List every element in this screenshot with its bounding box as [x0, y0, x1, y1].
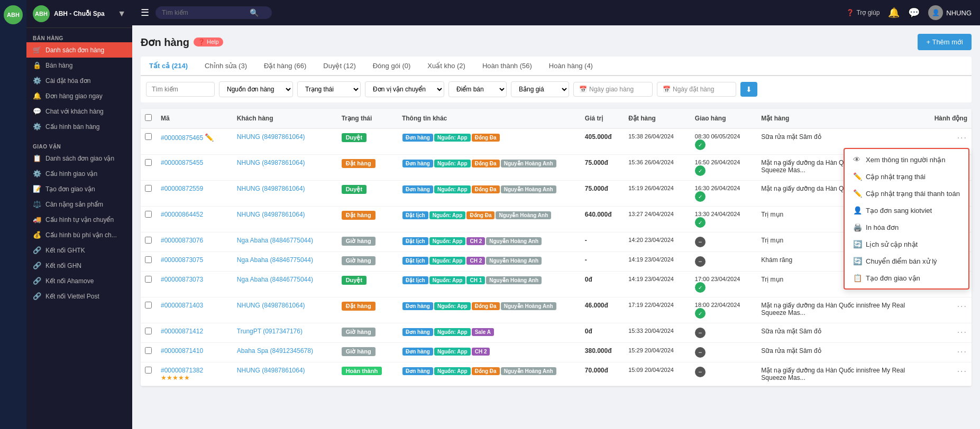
- action-menu-dots[interactable]: ···: [957, 302, 967, 311]
- ngay-giao-hang-filter[interactable]: 📅 Ngày giao hàng: [573, 82, 653, 97]
- row-product-cell: Sữa rửa mặt Sâm đỏ: [757, 343, 920, 362]
- sidebar-item-cau-hinh-bu-phi[interactable]: 💰 Cấu hình bù phí vận ch...: [26, 227, 132, 243]
- row-checkbox[interactable]: [145, 256, 152, 263]
- trang-thai-select[interactable]: Trạng thái: [297, 81, 361, 97]
- context-menu-item-chuyen-diem-ban-xu-ly[interactable]: 🔄Chuyển điểm bán xử lý: [845, 253, 968, 269]
- order-id-link[interactable]: #00000864452: [161, 211, 203, 218]
- ngay-dat-hang-filter[interactable]: 📅 Ngày đặt hàng: [657, 82, 736, 97]
- select-all-checkbox[interactable]: [145, 114, 152, 121]
- money-icon: 💰: [33, 231, 41, 239]
- sidebar-item-ket-noi-ahamove[interactable]: 🔗 Kết nối Ahamove: [26, 273, 132, 288]
- row-checkbox[interactable]: [145, 302, 152, 309]
- tab-chinh-sua[interactable]: Chỉnh sửa (3): [196, 57, 255, 76]
- cm-icon-lich-su-cap-nhat: 🔄: [853, 240, 862, 248]
- action-menu-dots[interactable]: ···: [957, 328, 967, 337]
- row-checkbox[interactable]: [145, 367, 152, 374]
- customer-link[interactable]: TrungPT (0917347176): [237, 328, 303, 335]
- sidebar-item-cau-hinh-giao-van[interactable]: ⚙️ Cấu hình giao vận: [26, 166, 132, 181]
- customer-link[interactable]: Abaha Spa (84912345678): [237, 347, 313, 355]
- tab-tat-ca[interactable]: Tất cả (214): [141, 57, 196, 76]
- context-menu-item-tao-don-giao-van[interactable]: 📋Tạo đơn giao vận: [845, 269, 968, 286]
- help-link[interactable]: ❓ Trợ giúp: [846, 9, 880, 16]
- context-menu-item-cap-nhat-trang-thai-thanh-toan[interactable]: ✏️Cập nhật trạng thái thanh toán: [845, 185, 968, 202]
- row-checkbox[interactable]: [145, 347, 152, 354]
- order-id-link[interactable]: #00000871412: [161, 328, 203, 335]
- tab-dat-hang[interactable]: Đặt hàng (66): [255, 57, 315, 76]
- sidebar-item-cai-dat-hoa-don[interactable]: ⚙️ Cài đặt hóa đơn: [26, 73, 132, 88]
- tab-hoan-hang[interactable]: Hoàn hàng (4): [541, 57, 601, 76]
- customer-link[interactable]: NHUNG (84987861064): [237, 159, 305, 166]
- sidebar-item-ban-hang[interactable]: 🔒 Bán hàng: [26, 58, 132, 73]
- row-status-cell: Duyệt: [337, 128, 398, 155]
- context-menu-item-in-hoa-don[interactable]: 🖨️In hóa đơn: [845, 219, 968, 236]
- order-id-link[interactable]: #00000872559: [161, 185, 203, 192]
- customer-link[interactable]: Nga Abaha (84846775044): [237, 276, 313, 283]
- customer-link[interactable]: Nga Abaha (84846775044): [237, 237, 313, 244]
- help-badge: ❓ Help: [194, 38, 223, 46]
- message-icon[interactable]: 💬: [908, 7, 920, 18]
- row-checkbox-cell: [141, 252, 157, 272]
- action-menu-dots[interactable]: ···: [957, 367, 967, 376]
- tab-duyet[interactable]: Duyệt (12): [315, 57, 364, 76]
- order-id-link[interactable]: #00000873076: [161, 237, 203, 244]
- don-vi-van-chuyen-select[interactable]: Đơn vị vận chuyển: [365, 81, 444, 97]
- sidebar-item-cau-hinh-ban-hang[interactable]: ⚙️ Cấu hình bán hàng: [26, 119, 132, 134]
- sidebar-item-danh-sach-don-giao-van[interactable]: 📋 Danh sách đơn giao vận: [26, 151, 132, 166]
- sidebar-item-danh-sach-don-hang[interactable]: 🛒 Danh sách đơn hàng: [26, 42, 132, 58]
- context-menu-item-tao-don-sang-kiotviet[interactable]: 👤Tạo đơn sang kiotviet: [845, 202, 968, 219]
- row-checkbox[interactable]: [145, 159, 152, 166]
- bang-gia-select[interactable]: Bảng giá: [511, 81, 569, 97]
- customer-link[interactable]: NHUNG (84987861064): [237, 185, 305, 192]
- edit-icon[interactable]: ✏️: [205, 133, 214, 142]
- search-box[interactable]: 🔍: [155, 6, 272, 19]
- action-menu-dots[interactable]: ···: [957, 347, 967, 356]
- context-menu-item-xem-thong-tin-nguoi-nhan[interactable]: 👁Xem thông tin người nhận: [845, 151, 968, 168]
- hamburger-button[interactable]: ☰: [141, 7, 149, 18]
- search-filter-input[interactable]: [146, 82, 215, 97]
- sidebar-item-ket-noi-ghn[interactable]: 🔗 Kết nối GHN: [26, 258, 132, 273]
- sidebar-item-tao-don-giao-van[interactable]: 📝 Tạo đơn giao vận: [26, 181, 132, 197]
- context-menu-item-cap-nhat-trang-thai[interactable]: ✏️Cập nhật trạng thái: [845, 168, 968, 185]
- col-khach-hang: Khách hàng: [233, 109, 337, 128]
- sidebar-item-ket-noi-ghtk[interactable]: 🔗 Kết nối GHTK: [26, 243, 132, 258]
- diem-ban-select[interactable]: Điểm bán: [448, 81, 507, 97]
- tab-dong-goi[interactable]: Đóng gói (0): [364, 57, 419, 76]
- row-product-cell: Mặt nạ giấy dưỡng da Hàn Quốc innisfree …: [757, 297, 920, 323]
- sidebar-item-can-nang-san-pham[interactable]: ⚖️ Cân nặng sản phẩm: [26, 197, 132, 212]
- order-id-link[interactable]: #00000875465: [161, 134, 203, 142]
- row-checkbox[interactable]: [145, 237, 152, 244]
- row-checkbox[interactable]: [145, 276, 152, 283]
- search-input[interactable]: [162, 9, 246, 16]
- action-menu-dots[interactable]: ···: [957, 133, 967, 142]
- customer-link[interactable]: NHUNG (84987861064): [237, 133, 305, 141]
- sidebar-item-chat-khach-hang[interactable]: 💬 Chat với khách hàng: [26, 104, 132, 119]
- order-id-link[interactable]: #00000871382: [161, 367, 203, 374]
- sidebar-toggle[interactable]: ▼: [117, 9, 126, 18]
- sidebar-item-cau-hinh-tu-van-chuyen[interactable]: 🚚 Cấu hình tự vận chuyển: [26, 212, 132, 227]
- tab-xuat-kho[interactable]: Xuất kho (2): [419, 57, 474, 76]
- order-id-link[interactable]: #00000873075: [161, 256, 203, 264]
- order-id-link[interactable]: #00000871403: [161, 302, 203, 309]
- customer-link[interactable]: NHUNG (84987861064): [237, 367, 305, 374]
- export-button[interactable]: ⬇: [740, 82, 757, 97]
- context-menu-item-lich-su-cap-nhat[interactable]: 🔄Lịch sử cập nhật: [845, 236, 968, 253]
- customer-link[interactable]: NHUNG (84987861064): [237, 211, 305, 218]
- bell-notification-icon[interactable]: 🔔: [888, 7, 900, 18]
- row-checkbox[interactable]: [145, 185, 152, 192]
- col-hanh-dong: Hành động: [920, 109, 972, 128]
- order-id-link[interactable]: #00000873073: [161, 276, 203, 283]
- row-checkbox[interactable]: [145, 328, 152, 334]
- row-id-cell: #00000875465 ✏️: [157, 128, 233, 155]
- customer-link[interactable]: Nga Abaha (84846775044): [237, 256, 313, 264]
- nguon-don-hang-select[interactable]: Nguồn đơn hàng: [219, 81, 293, 97]
- add-new-button[interactable]: + Thêm mới: [918, 34, 972, 50]
- sidebar-item-don-hang-giao-ngay[interactable]: 🔔 Đơn hàng giao ngay: [26, 88, 132, 104]
- order-id-link[interactable]: #00000875455: [161, 159, 203, 166]
- row-checkbox[interactable]: [145, 211, 152, 218]
- row-checkbox[interactable]: [145, 133, 152, 140]
- user-menu[interactable]: 👤 NHUNG: [928, 5, 972, 20]
- sidebar-item-ket-noi-viettel-post[interactable]: 🔗 Kết nối Viettel Post: [26, 288, 132, 304]
- customer-link[interactable]: NHUNG (84987861064): [237, 302, 305, 309]
- order-id-link[interactable]: #00000871410: [161, 347, 203, 355]
- tab-hoan-thanh[interactable]: Hoàn thành (56): [474, 57, 541, 76]
